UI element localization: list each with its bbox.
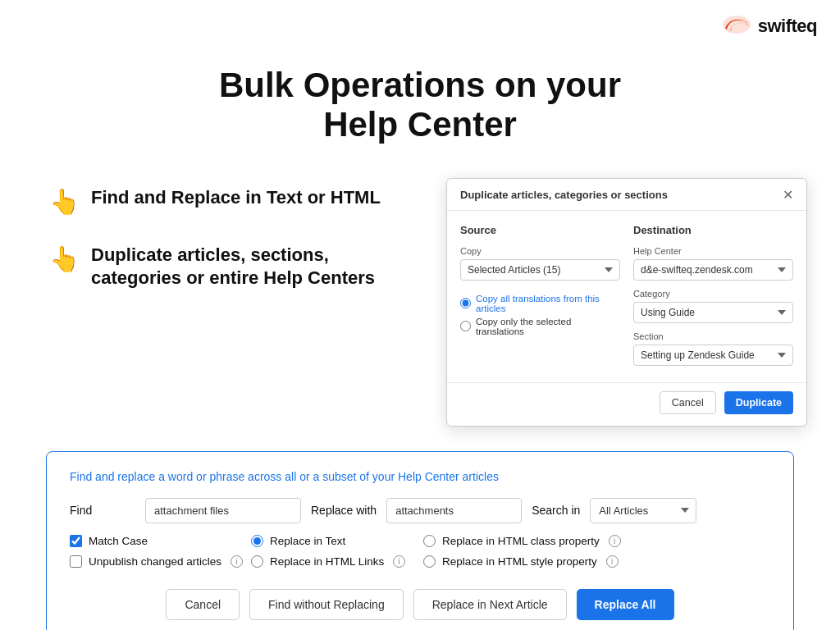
replace-class-info-icon[interactable]: i xyxy=(609,535,621,547)
copy-label: Copy xyxy=(460,246,620,256)
top-bar: swifteq xyxy=(0,0,840,39)
replace-in-class-radio[interactable] xyxy=(423,535,436,547)
bullet-text-2: Duplicate articles, sections, categories… xyxy=(91,244,413,290)
replace-in-style-label: Replace in HTML style property xyxy=(442,555,597,568)
radio-selected-label: Copy only the selected translations xyxy=(476,317,620,336)
bullet-text-1: Find and Replace in Text or HTML xyxy=(91,186,381,210)
help-center-select[interactable]: d&e-swifteq.zendesk.com xyxy=(633,259,793,281)
replace-input[interactable] xyxy=(386,498,522,523)
fr-replace-all-button[interactable]: Replace All xyxy=(577,589,674,620)
replace-in-text-option: Replace in Text xyxy=(251,535,415,547)
unpublish-checkbox[interactable] xyxy=(70,555,82,568)
replace-in-links-radio[interactable] xyxy=(251,555,263,568)
copy-radio-group: Copy all translations from this articles… xyxy=(460,294,620,336)
search-in-label: Search in xyxy=(532,504,580,517)
category-label: Category xyxy=(633,289,793,299)
duplicate-dialog: Duplicate articles, categories or sectio… xyxy=(446,178,807,427)
match-case-option: Match Case xyxy=(70,535,243,547)
replace-in-style-option: Replace in HTML style property i xyxy=(423,555,621,568)
dialog-title: Duplicate articles, categories or sectio… xyxy=(460,189,668,201)
radio-selected-input[interactable] xyxy=(460,321,471,331)
fr-options-row: Match Case Unpublish changed articles i … xyxy=(70,535,770,576)
dialog-destination-col: Destination Help Center d&e-swifteq.zend… xyxy=(633,224,793,374)
replace-in-class-option: Replace in HTML class property i xyxy=(423,535,621,547)
radio-all-label: Copy all translations from this articles xyxy=(476,294,620,313)
bullet-emoji-2: 👆 xyxy=(49,247,80,272)
section-select[interactable]: Setting up Zendesk Guide xyxy=(633,345,793,366)
replace-in-text-radio[interactable] xyxy=(251,535,263,547)
fr-cancel-button[interactable]: Cancel xyxy=(166,589,240,620)
find-replace-panel: Find and replace a word or phrase across… xyxy=(46,451,794,630)
bullet-item-1: 👆 Find and Replace in Text or HTML xyxy=(49,186,413,214)
match-case-checkbox[interactable] xyxy=(70,535,82,547)
logo-icon xyxy=(722,13,751,39)
unpublish-option: Unpublish changed articles i xyxy=(70,555,243,568)
fr-col-2: Replace in Text Replace in HTML Links i xyxy=(251,535,415,576)
replace-in-text-label: Replace in Text xyxy=(270,535,345,547)
find-label: Find xyxy=(70,504,135,517)
fr-col-1: Match Case Unpublish changed articles i xyxy=(70,535,243,576)
section-label: Section xyxy=(633,331,793,341)
fr-footer: Cancel Find without Replacing Replace in… xyxy=(70,589,770,620)
hero-title: Bulk Operations on your Help Center xyxy=(16,66,824,145)
dialog-cancel-button[interactable]: Cancel xyxy=(660,391,716,414)
replace-in-style-radio[interactable] xyxy=(423,555,436,568)
dialog-duplicate-button[interactable]: Duplicate xyxy=(724,391,793,414)
match-case-label: Match Case xyxy=(89,535,148,547)
search-in-select[interactable]: All Articles xyxy=(590,498,696,523)
help-center-label: Help Center xyxy=(633,246,793,256)
radio-all-translations-input[interactable] xyxy=(460,298,471,308)
logo: swifteq xyxy=(722,13,817,39)
source-label: Source xyxy=(460,224,620,236)
copy-select[interactable]: Selected Articles (15) xyxy=(460,259,620,281)
unpublish-label: Unpublish changed articles xyxy=(89,555,221,568)
dialog-footer: Cancel Duplicate xyxy=(447,382,806,426)
hero-section: Bulk Operations on your Help Center xyxy=(0,39,840,162)
dialog-header: Duplicate articles, categories or sectio… xyxy=(447,179,806,211)
radio-all-translations: Copy all translations from this articles xyxy=(460,294,620,313)
svg-point-0 xyxy=(723,16,751,34)
destination-label: Destination xyxy=(633,224,793,236)
content-area: 👆 Find and Replace in Text or HTML 👆 Dup… xyxy=(0,162,840,443)
replace-in-class-label: Replace in HTML class property xyxy=(442,535,600,547)
logo-text: swifteq xyxy=(758,16,817,37)
radio-selected-translations: Copy only the selected translations xyxy=(460,317,620,336)
bullet-item-2: 👆 Duplicate articles, sections, categori… xyxy=(49,244,413,290)
replace-links-info-icon[interactable]: i xyxy=(393,555,405,568)
fr-find-button[interactable]: Find without Replacing xyxy=(249,589,404,620)
fr-col-3: Replace in HTML class property i Replace… xyxy=(423,535,621,576)
dialog-close-button[interactable]: ✕ xyxy=(783,189,793,202)
find-input[interactable] xyxy=(145,498,301,523)
dialog-body: Source Copy Selected Articles (15) Copy … xyxy=(447,211,806,382)
replace-in-links-option: Replace in HTML Links i xyxy=(251,555,415,568)
replace-label: Replace with xyxy=(311,504,377,517)
fr-panel-title: Find and replace a word or phrase across… xyxy=(70,470,770,483)
bullets-section: 👆 Find and Replace in Text or HTML 👆 Dup… xyxy=(49,178,413,320)
fr-inputs-row: Find Replace with Search in All Articles xyxy=(70,498,770,523)
dialog-source-col: Source Copy Selected Articles (15) Copy … xyxy=(460,224,620,374)
unpublish-info-icon[interactable]: i xyxy=(231,555,243,568)
fr-replace-next-button[interactable]: Replace in Next Article xyxy=(413,589,567,620)
replace-style-info-icon[interactable]: i xyxy=(606,555,619,568)
category-select[interactable]: Using Guide xyxy=(633,302,793,323)
bullet-emoji-1: 👆 xyxy=(49,189,80,214)
replace-in-links-label: Replace in HTML Links xyxy=(270,555,384,568)
